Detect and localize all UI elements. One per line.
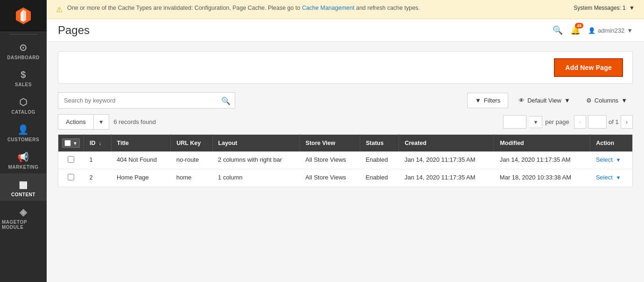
row-action-1: Select ▼ bbox=[590, 169, 633, 187]
table-body: 1 404 Not Found no-route 2 columns with … bbox=[58, 151, 633, 187]
th-status: Status bbox=[360, 135, 399, 152]
table-row: 1 404 Not Found no-route 2 columns with … bbox=[58, 151, 633, 169]
row-status-0: Enabled bbox=[360, 151, 399, 169]
th-status-label: Status bbox=[366, 140, 384, 146]
cache-management-link[interactable]: Cache Management bbox=[302, 5, 355, 11]
search-submit-button[interactable]: 🔍 bbox=[221, 96, 231, 105]
notification-badge: 46 bbox=[575, 23, 583, 28]
row-select-caret-1: ▼ bbox=[616, 175, 621, 180]
th-title-label: Title bbox=[117, 140, 129, 146]
alert-icon: ⚠ bbox=[56, 5, 63, 14]
admin-caret-icon: ▼ bbox=[627, 27, 633, 34]
th-layout: Layout bbox=[212, 135, 300, 152]
default-view-button[interactable]: 👁 Default View ▼ bbox=[513, 93, 576, 108]
add-page-bar: Add New Page bbox=[58, 51, 633, 84]
row-title-0: 404 Not Found bbox=[111, 151, 171, 169]
columns-caret-icon: ▼ bbox=[621, 97, 627, 104]
sidebar-item-sales-label: SALES bbox=[15, 82, 32, 87]
filter-funnel-icon: ▼ bbox=[475, 97, 481, 104]
system-messages-caret: ▼ bbox=[629, 5, 635, 11]
sidebar-item-content[interactable]: ▦ CONTENT bbox=[0, 173, 47, 201]
magetop-icon: ◈ bbox=[20, 206, 27, 218]
th-created: Created bbox=[399, 135, 494, 152]
catalog-icon: ⬡ bbox=[19, 96, 28, 108]
per-page-label: per page bbox=[545, 118, 569, 125]
sales-icon: $ bbox=[21, 69, 26, 80]
sidebar: ⊙ DASHBOARD $ SALES ⬡ CATALOG 👤 CUSTOMER… bbox=[0, 0, 47, 282]
page-of-label: of 1 bbox=[609, 118, 619, 125]
search-input[interactable] bbox=[58, 92, 235, 109]
columns-button[interactable]: ⚙ Columns ▼ bbox=[581, 93, 633, 108]
page-title: Pages bbox=[58, 24, 553, 37]
sidebar-item-sales[interactable]: $ SALES bbox=[0, 64, 47, 91]
sidebar-item-dashboard[interactable]: ⊙ DASHBOARD bbox=[0, 36, 47, 64]
actions-button[interactable]: Actions bbox=[58, 114, 93, 130]
row-action-0: Select ▼ bbox=[590, 151, 633, 169]
top-bar: Pages 🔍 🔔 46 👤 admin232 ▼ bbox=[47, 19, 644, 42]
th-layout-label: Layout bbox=[218, 140, 238, 146]
filters-button[interactable]: ▼ Filters bbox=[467, 93, 508, 108]
th-created-label: Created bbox=[405, 140, 427, 146]
th-action-label: Action bbox=[596, 140, 614, 146]
th-store-view: Store View bbox=[300, 135, 360, 152]
pagination-prev-button[interactable]: ‹ bbox=[574, 115, 586, 129]
pagination-next-button[interactable]: › bbox=[621, 115, 633, 129]
search-input-wrap: 🔍 bbox=[58, 92, 235, 109]
sidebar-item-catalog[interactable]: ⬡ CATALOG bbox=[0, 91, 47, 118]
sort-id-icon[interactable]: ↓ bbox=[99, 140, 102, 146]
table-row: 2 Home Page home 1 column All Store View… bbox=[58, 169, 633, 187]
sidebar-item-content-label: CONTENT bbox=[11, 192, 35, 197]
header-checkbox-wrap[interactable]: ▼ bbox=[62, 138, 80, 148]
row-title-1: Home Page bbox=[111, 169, 171, 187]
row-layout-1: 1 column bbox=[212, 169, 300, 187]
customers-icon: 👤 bbox=[17, 124, 29, 135]
sidebar-item-marketing-label: MARKETING bbox=[8, 165, 38, 170]
row-status-1: Enabled bbox=[360, 169, 399, 187]
sidebar-item-marketing[interactable]: 📢 MARKETING bbox=[0, 146, 47, 173]
per-page-caret-button[interactable]: ▼ bbox=[529, 116, 542, 128]
sidebar-item-magetop[interactable]: ◈ MAGETOP MODULE bbox=[0, 201, 47, 234]
header-caret-icon: ▼ bbox=[73, 141, 77, 146]
actions-row: Actions ▼ 6 records found 20 ▼ per page … bbox=[58, 114, 633, 130]
add-new-page-button[interactable]: Add New Page bbox=[554, 58, 623, 77]
sidebar-item-customers[interactable]: 👤 CUSTOMERS bbox=[0, 118, 47, 146]
system-messages[interactable]: System Messages: 1 ▼ bbox=[574, 5, 635, 11]
page-number-input[interactable]: 1 bbox=[588, 115, 607, 129]
row-checkbox-cell bbox=[58, 169, 84, 187]
alert-bar: ⚠ One or more of the Cache Types are inv… bbox=[47, 0, 644, 19]
alert-message: One or more of the Cache Types are inval… bbox=[67, 5, 420, 11]
admin-name: admin232 bbox=[598, 27, 624, 34]
th-url-key-label: URL Key bbox=[176, 140, 201, 146]
row-modified-0: Jan 14, 2020 11:17:35 AM bbox=[494, 151, 590, 169]
actions-caret-button[interactable]: ▼ bbox=[93, 114, 109, 130]
row-url-key-0: no-route bbox=[171, 151, 212, 169]
row-created-1: Jan 14, 2020 11:17:35 AM bbox=[399, 169, 494, 187]
row-url-key-1: home bbox=[171, 169, 212, 187]
row-checkbox-1[interactable] bbox=[68, 174, 74, 180]
pagination: ‹ 1 of 1 › bbox=[574, 115, 633, 129]
select-all-checkbox[interactable] bbox=[64, 140, 71, 146]
sidebar-item-dashboard-label: DASHBOARD bbox=[7, 55, 40, 60]
notification-button[interactable]: 🔔 46 bbox=[570, 25, 581, 35]
row-select-caret-0: ▼ bbox=[616, 157, 621, 163]
sidebar-item-catalog-label: CATALOG bbox=[11, 110, 35, 115]
th-id-label: ID bbox=[90, 140, 96, 146]
admin-menu-button[interactable]: 👤 admin232 ▼ bbox=[588, 27, 633, 34]
gear-icon: ⚙ bbox=[586, 97, 592, 104]
th-id: ID ↓ bbox=[84, 135, 111, 152]
content-icon: ▦ bbox=[19, 179, 28, 190]
global-search-button[interactable]: 🔍 bbox=[553, 25, 563, 35]
main-area: ⚠ One or more of the Cache Types are inv… bbox=[47, 0, 644, 282]
records-found: 6 records found bbox=[114, 118, 499, 125]
row-id-1: 2 bbox=[84, 169, 111, 187]
th-checkbox: ▼ bbox=[58, 135, 84, 152]
per-page-input[interactable]: 20 bbox=[503, 115, 526, 129]
row-select-link-1[interactable]: Select bbox=[596, 174, 613, 181]
row-select-link-0[interactable]: Select bbox=[596, 156, 613, 163]
row-checkbox-cell bbox=[58, 151, 84, 169]
per-page-wrap: 20 ▼ per page bbox=[503, 115, 569, 129]
row-store-view-1: All Store Views bbox=[300, 169, 360, 187]
table-header-row: ▼ ID ↓ Title URL Key Layout bbox=[58, 135, 633, 152]
row-checkbox-0[interactable] bbox=[68, 156, 74, 163]
eye-icon: 👁 bbox=[518, 97, 525, 104]
